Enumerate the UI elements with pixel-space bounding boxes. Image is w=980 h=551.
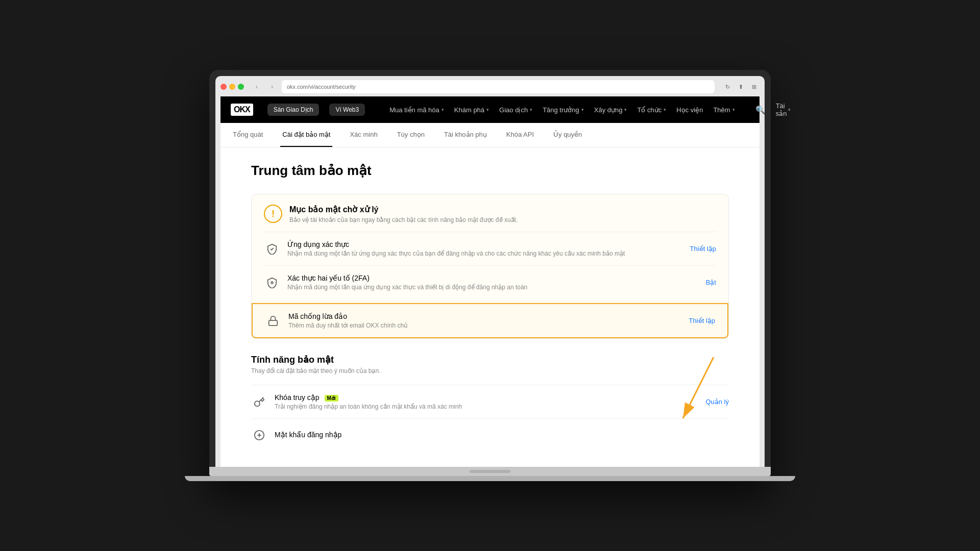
login-password-content: Mật khẩu đăng nhập [275,431,729,440]
new-badge: Mới [325,395,338,402]
chevron-down-icon: ▾ [732,107,735,112]
nav-tang-truong[interactable]: Tăng trưởng ▾ [543,104,584,116]
subnav-uy-quyen[interactable]: Ủy quyền [551,123,584,147]
forward-button[interactable]: › [266,81,278,92]
chevron-down-icon: ▾ [581,107,584,112]
laptop-notch [470,470,510,473]
login-password-item: Mật khẩu đăng nhập [251,418,729,452]
chevron-down-icon: ▾ [442,107,444,112]
chevron-down-icon: ▾ [788,107,791,112]
pending-header: ! Mục bảo mật chờ xử lý Bảo vệ tài khoản… [264,205,716,223]
features-section: Tính năng bảo mật Thay đổi cài đặt bảo m… [251,354,729,452]
browser-actions: ↻ ⬆ ⊞ [722,81,760,92]
traffic-lights [220,84,244,90]
nav-them[interactable]: Thêm ▾ [713,104,734,116]
subnav-tuy-chon[interactable]: Tùy chọn [395,123,427,147]
reload-button[interactable]: ↻ [722,81,733,92]
subnav-cai-dat-bao-mat[interactable]: Cài đặt bảo mật [280,123,332,147]
access-key-desc: Trải nghiệm đăng nhập an toàn không cần … [275,403,705,410]
chevron-down-icon: ▾ [624,107,627,112]
nav-san-giao-dich[interactable]: Sàn Giao Dịch [267,104,320,116]
access-key-title: Khóa truy cập Mới [275,393,705,402]
address-text: okx.com/vi/account/security [287,84,356,90]
two-fa-title: Xác thực hai yếu tố (2FA) [287,274,706,282]
anti-phishing-item: Mã chống lừa đảo Thêm mã duy nhất tới em… [252,303,728,338]
svg-rect-1 [269,320,278,325]
nav-hoc-vien[interactable]: Học viện [676,104,703,116]
auth-app-title: Ứng dụng xác thực [287,240,690,248]
chevron-down-icon: ▾ [664,107,666,112]
two-fa-action[interactable]: Bật [706,279,716,286]
nav-mua-tien[interactable]: Mua tiền mã hóa ▾ [389,104,444,116]
logo-text: OKX [231,104,253,116]
features-desc: Thay đổi cài đặt bảo mật theo ý muốn của… [251,367,729,374]
window-button[interactable]: ⊞ [748,81,760,92]
auth-app-content: Ứng dụng xác thực Nhận mã dùng một lần t… [287,240,690,257]
auth-app-item: Ứng dụng xác thực Nhận mã dùng một lần t… [264,232,716,265]
maximize-button[interactable] [238,84,244,90]
chevron-down-icon: ▾ [530,107,532,112]
page-title: Trung tâm bảo mật [251,163,729,179]
nav-giao-dich[interactable]: Giao dịch ▾ [499,104,532,116]
subnav-tong-quat[interactable]: Tổng quát [231,123,265,147]
access-key-action[interactable]: Quản lý [705,398,729,406]
anti-phishing-action[interactable]: Thiết lập [689,317,715,324]
pending-description: Bảo vệ tài khoản của bạn ngay bằng cách … [289,216,518,223]
lock-icon [265,313,281,329]
svg-point-0 [271,282,273,284]
sub-navigation: Tổng quát Cài đặt bảo mật Xác minh Tùy c… [220,123,760,147]
two-fa-desc: Nhận mã dùng một lần qua ứng dụng xác th… [287,284,706,291]
subnav-tai-khoan-phu[interactable]: Tài khoản phụ [442,123,489,147]
shield-icon [264,241,280,257]
laptop-base [185,476,795,481]
search-button[interactable]: 🔍 [755,105,766,115]
chevron-down-icon: ▾ [486,107,489,112]
nav-kham-pha[interactable]: Khám phá ▾ [454,104,489,116]
auth-app-action[interactable]: Thiết lập [690,245,716,253]
pending-security-card: ! Mục bảo mật chờ xử lý Bảo vệ tài khoản… [251,194,729,339]
login-password-title: Mật khẩu đăng nhập [275,431,729,439]
nav-vi-web3[interactable]: Ví Web3 [329,104,365,116]
laptop-bottom [209,467,771,476]
key-icon [251,394,267,410]
subnav-khoa-api[interactable]: Khóa API [504,123,536,147]
features-title: Tính năng bảo mật [251,354,729,365]
close-button[interactable] [220,84,227,90]
top-navigation: OKX Sàn Giao Dịch Ví Web3 Mua tiền mã hó… [220,96,760,123]
svg-point-2 [255,401,260,406]
share-button[interactable]: ⬆ [735,81,746,92]
back-button[interactable]: ‹ [251,81,262,92]
anti-phishing-desc: Thêm mã duy nhất tới email OKX chính chủ [288,322,689,329]
logo[interactable]: OKX [231,104,253,116]
nav-tai-san[interactable]: Tài sản ▾ [776,102,791,117]
password-icon [251,427,267,443]
warning-icon: ! [264,205,282,223]
access-key-content: Khóa truy cập Mới Trải nghiệm đăng nhập … [275,393,705,410]
anti-phishing-title: Mã chống lừa đảo [288,312,689,320]
shield-2fa-icon [264,274,280,291]
main-content: Trung tâm bảo mật ! Mục bảo mật chờ xử l… [220,147,760,467]
nav-xay-dung[interactable]: Xây dựng ▾ [594,104,627,116]
two-fa-item: Xác thực hai yếu tố (2FA) Nhận mã dùng m… [264,265,716,299]
auth-app-desc: Nhận mã dùng một lần từ ứng dụng xác thự… [287,250,690,257]
pending-title: Mục bảo mật chờ xử lý [289,205,518,214]
access-key-item: Khóa truy cập Mới Trải nghiệm đăng nhập … [251,385,729,418]
nav-to-chuc[interactable]: Tổ chức ▾ [637,104,666,116]
minimize-button[interactable] [229,84,235,90]
two-fa-content: Xác thực hai yếu tố (2FA) Nhận mã dùng m… [287,274,706,291]
anti-phishing-content: Mã chống lừa đảo Thêm mã duy nhất tới em… [288,312,689,329]
subnav-xac-minh[interactable]: Xác minh [348,123,379,147]
address-bar[interactable]: okx.com/vi/account/security [282,80,715,93]
